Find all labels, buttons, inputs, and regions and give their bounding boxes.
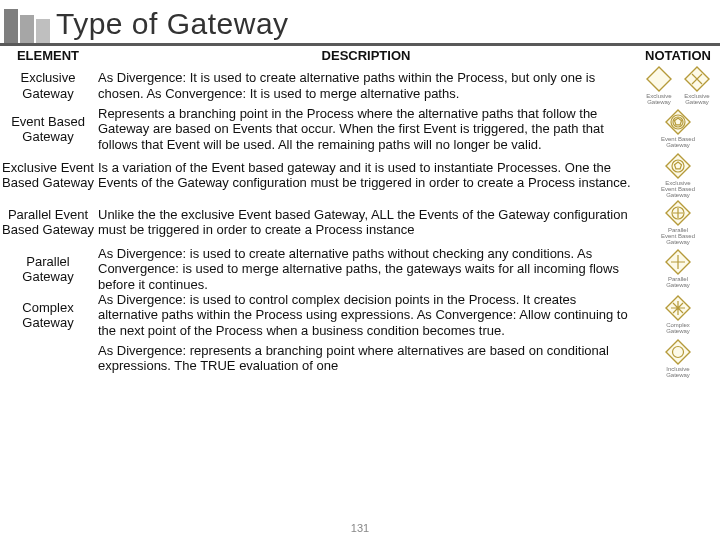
- icon-caption: Parallel Event Based Gateway: [660, 227, 696, 245]
- element-description: Unlike the the exclusive Event based Gat…: [96, 199, 636, 246]
- element-name: Exclusive Gateway: [0, 65, 96, 106]
- table-row: Exclusive GatewayAs Divergence: It is us…: [0, 65, 720, 106]
- element-notation: Inclusive Gateway: [636, 338, 720, 379]
- exclusive-blank-icon: Exclusive Gateway: [641, 66, 677, 105]
- title-decor: [4, 2, 50, 43]
- table-row: Parallel GatewayAs Divergence: is used t…: [0, 246, 720, 292]
- element-notation: Exclusive Event Based Gateway: [636, 152, 720, 199]
- element-name: Parallel Event Based Gateway: [0, 199, 96, 246]
- exclusive-x-icon: Exclusive Gateway: [679, 66, 715, 105]
- icon-caption: Exclusive Gateway: [679, 93, 715, 105]
- event-based-single-icon: Exclusive Event Based Gateway: [660, 153, 696, 198]
- element-description: As Divergence: is used to create alterna…: [96, 246, 636, 292]
- icon-caption: Exclusive Event Based Gateway: [660, 180, 696, 198]
- element-notation: Parallel Gateway: [636, 246, 720, 292]
- decor-block: [36, 19, 50, 43]
- element-description: As Divergence: represents a branching po…: [96, 338, 636, 379]
- page-title: Type of Gateway: [56, 7, 289, 43]
- element-notation: Complex Gateway: [636, 292, 720, 338]
- table-row: Event Based GatewayRepresents a branchin…: [0, 106, 720, 152]
- title-bar: Type of Gateway: [0, 0, 720, 46]
- gateway-table: ELEMENT DESCRIPTION NOTATION Exclusive G…: [0, 46, 720, 379]
- element-description: As Divergence: It is used to create alte…: [96, 65, 636, 106]
- icon-caption: Parallel Gateway: [660, 276, 696, 288]
- col-description: DESCRIPTION: [96, 46, 636, 65]
- element-description: As Divergence: is used to control comple…: [96, 292, 636, 338]
- page-number: 131: [0, 522, 720, 534]
- element-name: Exclusive Event Based Gateway: [0, 152, 96, 199]
- element-name: Event Based Gateway: [0, 106, 96, 152]
- col-element: ELEMENT: [0, 46, 96, 65]
- table-row: Complex GatewayAs Divergence: is used to…: [0, 292, 720, 338]
- col-notation: NOTATION: [636, 46, 720, 65]
- icon-caption: Complex Gateway: [660, 322, 696, 334]
- table-row: As Divergence: represents a branching po…: [0, 338, 720, 379]
- inclusive-icon: Inclusive Gateway: [660, 339, 696, 378]
- complex-icon: Complex Gateway: [660, 295, 696, 334]
- decor-block: [20, 15, 34, 43]
- element-notation: Parallel Event Based Gateway: [636, 199, 720, 246]
- event-based-icon: Event Based Gateway: [660, 109, 696, 148]
- parallel-event-icon: Parallel Event Based Gateway: [660, 200, 696, 245]
- table-row: Exclusive Event Based GatewayIs a variat…: [0, 152, 720, 199]
- icon-caption: Event Based Gateway: [660, 136, 696, 148]
- element-description: Is a variation of the Event based gatewa…: [96, 152, 636, 199]
- element-description: Represents a branching point in the Proc…: [96, 106, 636, 152]
- icon-caption: Exclusive Gateway: [641, 93, 677, 105]
- table-header-row: ELEMENT DESCRIPTION NOTATION: [0, 46, 720, 65]
- table-row: Parallel Event Based GatewayUnlike the t…: [0, 199, 720, 246]
- element-name: Complex Gateway: [0, 292, 96, 338]
- element-notation: Event Based Gateway: [636, 106, 720, 152]
- element-name: Parallel Gateway: [0, 246, 96, 292]
- icon-caption: Inclusive Gateway: [660, 366, 696, 378]
- element-name: [0, 338, 96, 379]
- element-notation: Exclusive GatewayExclusive Gateway: [636, 65, 720, 106]
- decor-block: [4, 9, 18, 43]
- parallel-icon: Parallel Gateway: [660, 249, 696, 288]
